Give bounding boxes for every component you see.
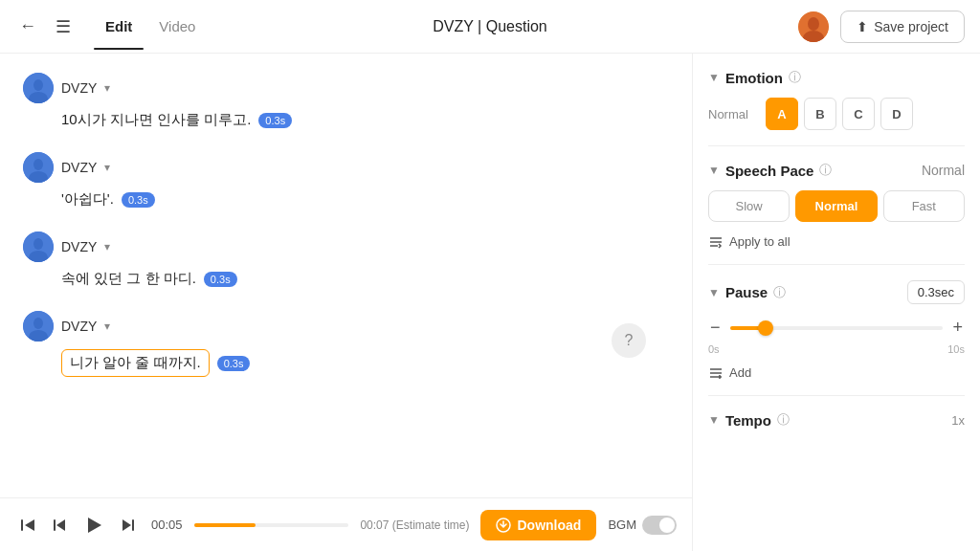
upload-icon: ⬆ (857, 19, 868, 34)
pace-fast-button[interactable]: Fast (883, 190, 965, 222)
slider-max-label: 10s (947, 343, 965, 355)
apply-all-row[interactable]: Apply to all (708, 233, 965, 249)
pause-value: 0.3sec (907, 280, 965, 304)
svg-rect-21 (132, 519, 134, 531)
svg-point-10 (33, 238, 43, 250)
speaker-avatar (23, 73, 54, 103)
tempo-title: Tempo (725, 412, 771, 429)
header-left: ← ☰ Edit Video (15, 11, 207, 42)
skip-to-start-button[interactable] (15, 513, 40, 538)
apply-all-label: Apply to all (729, 234, 791, 249)
svg-marker-16 (25, 519, 34, 531)
left-panel: DVZY ▾ 10시가 지나면 인사를 미루고. 0.3s (0, 54, 693, 551)
progress-fill (194, 523, 256, 527)
svg-rect-15 (21, 519, 23, 531)
script-line: '아쉽다'. 0.3s (23, 190, 669, 209)
download-button[interactable]: Download (480, 510, 596, 540)
bgm-label: BGM (608, 518, 636, 532)
emotion-btn-b[interactable]: B (804, 98, 836, 130)
slider-min-label: 0s (708, 343, 720, 355)
pause-slider[interactable] (730, 326, 944, 330)
svg-rect-18 (54, 519, 56, 531)
svg-point-1 (808, 17, 819, 31)
speaker-dropdown[interactable]: ▾ (104, 81, 110, 95)
toggle-knob (659, 518, 675, 533)
script-entry: DVZY ▾ 속에 있던 그 한 마디. 0.3s (23, 231, 669, 288)
svg-marker-20 (122, 519, 131, 531)
add-row[interactable]: Add (708, 364, 965, 380)
pause-header: ▼ Pause ⓘ 0.3sec (708, 280, 965, 304)
speaker-name: DVZY (61, 160, 97, 175)
save-project-button[interactable]: ⬆ Save project (840, 11, 965, 43)
speech-pace-info-icon[interactable]: ⓘ (819, 162, 832, 179)
emotion-btn-d[interactable]: D (880, 98, 913, 130)
tempo-info-icon[interactable]: ⓘ (777, 411, 790, 429)
back-button[interactable]: ← (15, 12, 40, 40)
speech-pace-header: ▼ Speech Pace ⓘ Normal (708, 162, 965, 179)
current-time: 00:05 (151, 518, 183, 532)
speaker-row: DVZY ▾ (23, 231, 669, 262)
speech-pace-value: Normal (922, 163, 965, 178)
section-divider (708, 395, 965, 396)
svg-point-7 (33, 159, 43, 170)
speaker-row: DVZY ▾ (23, 73, 669, 103)
header-right: ⬆ Save project (798, 11, 965, 43)
speaker-dropdown[interactable]: ▾ (104, 161, 110, 174)
question-bubble-button[interactable]: ? (612, 323, 646, 358)
header: ← ☰ Edit Video DVZY | Question ⬆ Save pr… (0, 0, 980, 54)
pace-normal-button[interactable]: Normal (795, 190, 877, 222)
script-line: 10시가 지나면 인사를 미루고. 0.3s (23, 111, 669, 129)
time-badge: 0.3s (122, 192, 155, 208)
nav-tabs: Edit Video (94, 11, 207, 42)
tempo-header: ▼ Tempo ⓘ 1x (708, 411, 965, 429)
slider-plus-button[interactable]: + (950, 316, 965, 340)
time-badge: 0.3s (204, 272, 237, 287)
apply-all-icon (708, 233, 724, 249)
tab-video[interactable]: Video (147, 11, 207, 42)
emotion-btn-c[interactable]: C (842, 98, 875, 130)
menu-button[interactable]: ☰ (52, 12, 75, 41)
emotion-section-header: ▼ Emotion ⓘ (708, 69, 965, 86)
pace-slow-button[interactable]: Slow (708, 190, 790, 222)
line-text: 10시가 지나면 인사를 미루고. (61, 111, 251, 129)
time-badge: 0.3s (258, 113, 292, 128)
svg-marker-17 (56, 519, 65, 531)
pause-info-icon[interactable]: ⓘ (773, 284, 786, 301)
progress-track[interactable] (194, 523, 349, 527)
script-area: DVZY ▾ 10시가 지나면 인사를 미루고. 0.3s (0, 54, 692, 497)
section-divider (708, 145, 965, 146)
speaker-dropdown[interactable]: ▾ (104, 240, 110, 253)
bgm-switch[interactable] (642, 516, 677, 535)
speaker-name: DVZY (61, 80, 97, 96)
tempo-value: 1x (951, 413, 965, 428)
estimate-time: 00:07 (Estimate time) (360, 518, 469, 532)
emotion-chevron-icon[interactable]: ▼ (708, 71, 720, 84)
previous-button[interactable] (48, 513, 73, 538)
speaker-dropdown[interactable]: ▾ (104, 320, 110, 333)
section-divider (708, 264, 965, 265)
project-title: DVZY | Question (433, 18, 546, 35)
player-bar: 00:05 00:07 (Estimate time) Download BGM (0, 497, 692, 551)
script-entry-last: DVZY ▾ 니가 알아 줄 때까지. 0.3s ? (23, 311, 669, 377)
add-icon (708, 364, 724, 380)
slider-range-labels: 0s 10s (708, 343, 965, 355)
script-entry: DVZY ▾ '아쉽다'. 0.3s (23, 152, 669, 209)
speaker-row: DVZY ▾ (23, 152, 669, 183)
pause-fill (730, 326, 762, 330)
emotion-info-icon[interactable]: ⓘ (789, 69, 801, 86)
speaker-name: DVZY (61, 319, 97, 334)
pause-knob[interactable] (758, 320, 773, 336)
speech-pace-chevron-icon[interactable]: ▼ (708, 164, 720, 177)
play-button[interactable] (80, 512, 107, 539)
tab-edit[interactable]: Edit (94, 11, 144, 42)
slider-minus-button[interactable]: − (708, 316, 723, 340)
save-project-label: Save project (874, 19, 948, 34)
emotion-btn-a[interactable]: A (766, 98, 798, 130)
pause-chevron-icon[interactable]: ▼ (708, 286, 720, 299)
tempo-chevron-icon[interactable]: ▼ (708, 413, 720, 427)
highlighted-line: 니가 알아 줄 때까지. (61, 349, 210, 377)
right-panel: ▼ Emotion ⓘ Normal A B C D ▼ Speech Pace… (693, 54, 980, 551)
next-button[interactable] (115, 513, 140, 538)
player-controls (15, 512, 140, 539)
svg-marker-19 (88, 518, 101, 533)
